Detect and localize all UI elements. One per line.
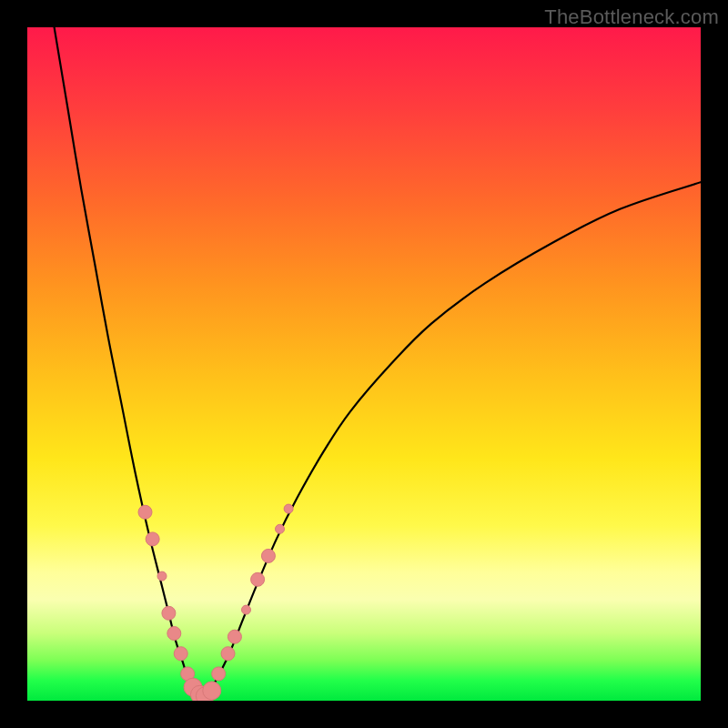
chart-stage: TheBottleneck.com: [0, 0, 728, 728]
data-marker: [167, 627, 181, 641]
watermark-text: TheBottleneck.com: [544, 5, 719, 29]
data-marker: [162, 606, 176, 620]
data-marker: [284, 504, 293, 513]
data-marker: [157, 571, 167, 581]
data-marker: [174, 647, 187, 661]
data-marker: [212, 667, 226, 681]
chart-svg: [27, 27, 701, 701]
data-marker: [228, 630, 241, 643]
data-marker: [242, 605, 251, 614]
curve-left: [55, 27, 203, 697]
data-marker: [261, 549, 275, 562]
curves-group: [55, 27, 701, 697]
curve-right: [202, 182, 701, 696]
plot-area: [27, 27, 701, 701]
markers-group: [138, 504, 293, 701]
data-marker: [221, 647, 235, 661]
data-marker: [251, 572, 265, 586]
data-marker: [276, 524, 285, 533]
data-marker: [146, 532, 159, 546]
data-marker: [203, 682, 221, 700]
data-marker: [138, 505, 152, 519]
